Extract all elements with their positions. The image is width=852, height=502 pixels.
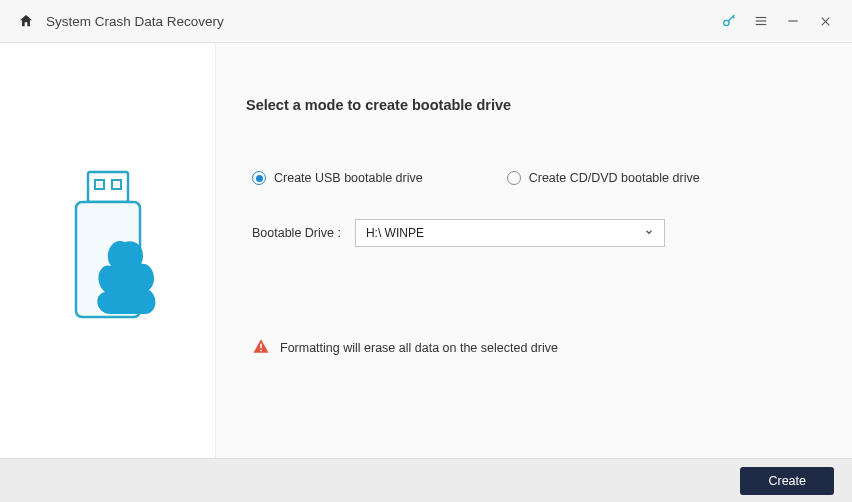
svg-rect-9 — [112, 180, 121, 189]
create-button[interactable]: Create — [740, 467, 834, 495]
titlebar: System Crash Data Recovery — [0, 0, 852, 43]
bootable-drive-label: Bootable Drive : — [252, 226, 341, 240]
minimize-icon[interactable] — [784, 12, 802, 30]
warning-icon — [252, 337, 270, 358]
radio-cddvd[interactable]: Create CD/DVD bootable drive — [507, 171, 700, 185]
content: Select a mode to create bootable drive C… — [0, 43, 852, 458]
titlebar-left: System Crash Data Recovery — [18, 13, 720, 29]
home-icon[interactable] — [18, 13, 34, 29]
radio-group: Create USB bootable drive Create CD/DVD … — [246, 171, 822, 185]
radio-icon — [507, 171, 521, 185]
svg-rect-12 — [260, 350, 262, 352]
svg-rect-8 — [95, 180, 104, 189]
bootable-drive-row: Bootable Drive : H:\ WINPE — [246, 219, 822, 247]
titlebar-right — [720, 12, 834, 30]
warning-text: Formatting will erase all data on the se… — [280, 341, 558, 355]
chevron-down-icon — [644, 227, 654, 239]
page-heading: Select a mode to create bootable drive — [246, 97, 822, 113]
radio-cddvd-label: Create CD/DVD bootable drive — [529, 171, 700, 185]
main-panel: Select a mode to create bootable drive C… — [215, 43, 852, 458]
menu-icon[interactable] — [752, 12, 770, 30]
svg-rect-11 — [260, 344, 262, 349]
warning-row: Formatting will erase all data on the se… — [246, 337, 822, 358]
footer: Create — [0, 458, 852, 502]
window-title: System Crash Data Recovery — [46, 14, 224, 29]
radio-usb[interactable]: Create USB bootable drive — [252, 171, 423, 185]
key-icon[interactable] — [720, 12, 738, 30]
radio-usb-label: Create USB bootable drive — [274, 171, 423, 185]
bootable-drive-select[interactable]: H:\ WINPE — [355, 219, 665, 247]
close-icon[interactable] — [816, 12, 834, 30]
radio-icon — [252, 171, 266, 185]
sidebar — [0, 43, 215, 458]
svg-point-0 — [724, 20, 729, 25]
usb-drive-illustration — [53, 164, 163, 337]
bootable-drive-value: H:\ WINPE — [366, 226, 424, 240]
